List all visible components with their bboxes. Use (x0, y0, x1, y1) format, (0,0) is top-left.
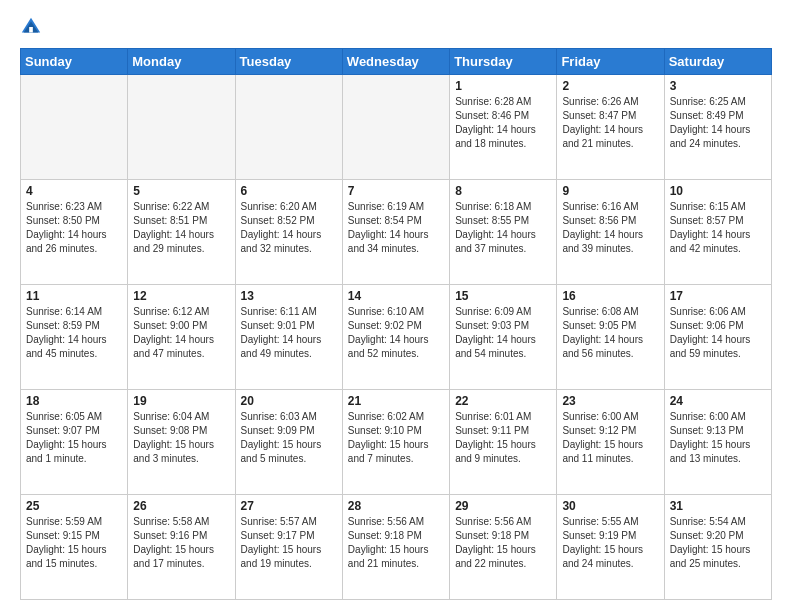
day-info: Sunrise: 5:56 AM Sunset: 9:18 PM Dayligh… (348, 515, 444, 571)
calendar-day-cell: 29Sunrise: 5:56 AM Sunset: 9:18 PM Dayli… (450, 495, 557, 600)
day-number: 5 (133, 184, 229, 198)
calendar-day-cell: 20Sunrise: 6:03 AM Sunset: 9:09 PM Dayli… (235, 390, 342, 495)
day-info: Sunrise: 6:28 AM Sunset: 8:46 PM Dayligh… (455, 95, 551, 151)
calendar-day-cell: 10Sunrise: 6:15 AM Sunset: 8:57 PM Dayli… (664, 180, 771, 285)
day-number: 15 (455, 289, 551, 303)
day-info: Sunrise: 6:16 AM Sunset: 8:56 PM Dayligh… (562, 200, 658, 256)
weekday-header-sunday: Sunday (21, 49, 128, 75)
calendar-week-row: 25Sunrise: 5:59 AM Sunset: 9:15 PM Dayli… (21, 495, 772, 600)
day-info: Sunrise: 6:14 AM Sunset: 8:59 PM Dayligh… (26, 305, 122, 361)
day-info: Sunrise: 6:23 AM Sunset: 8:50 PM Dayligh… (26, 200, 122, 256)
weekday-header-saturday: Saturday (664, 49, 771, 75)
calendar-day-cell: 27Sunrise: 5:57 AM Sunset: 9:17 PM Dayli… (235, 495, 342, 600)
day-number: 7 (348, 184, 444, 198)
calendar-day-cell: 25Sunrise: 5:59 AM Sunset: 9:15 PM Dayli… (21, 495, 128, 600)
day-info: Sunrise: 5:58 AM Sunset: 9:16 PM Dayligh… (133, 515, 229, 571)
day-number: 21 (348, 394, 444, 408)
calendar-day-cell: 5Sunrise: 6:22 AM Sunset: 8:51 PM Daylig… (128, 180, 235, 285)
calendar-day-cell: 8Sunrise: 6:18 AM Sunset: 8:55 PM Daylig… (450, 180, 557, 285)
calendar-day-cell: 9Sunrise: 6:16 AM Sunset: 8:56 PM Daylig… (557, 180, 664, 285)
day-info: Sunrise: 6:00 AM Sunset: 9:12 PM Dayligh… (562, 410, 658, 466)
day-number: 14 (348, 289, 444, 303)
day-number: 27 (241, 499, 337, 513)
day-number: 20 (241, 394, 337, 408)
logo-icon (20, 16, 42, 38)
calendar-day-cell: 15Sunrise: 6:09 AM Sunset: 9:03 PM Dayli… (450, 285, 557, 390)
day-number: 31 (670, 499, 766, 513)
day-number: 30 (562, 499, 658, 513)
calendar-day-cell: 7Sunrise: 6:19 AM Sunset: 8:54 PM Daylig… (342, 180, 449, 285)
day-number: 24 (670, 394, 766, 408)
calendar-day-cell (128, 75, 235, 180)
calendar-day-cell: 11Sunrise: 6:14 AM Sunset: 8:59 PM Dayli… (21, 285, 128, 390)
day-info: Sunrise: 6:26 AM Sunset: 8:47 PM Dayligh… (562, 95, 658, 151)
calendar-week-row: 11Sunrise: 6:14 AM Sunset: 8:59 PM Dayli… (21, 285, 772, 390)
day-info: Sunrise: 5:57 AM Sunset: 9:17 PM Dayligh… (241, 515, 337, 571)
calendar-week-row: 4Sunrise: 6:23 AM Sunset: 8:50 PM Daylig… (21, 180, 772, 285)
day-number: 18 (26, 394, 122, 408)
calendar-table: SundayMondayTuesdayWednesdayThursdayFrid… (20, 48, 772, 600)
calendar-day-cell: 22Sunrise: 6:01 AM Sunset: 9:11 PM Dayli… (450, 390, 557, 495)
logo (20, 16, 46, 38)
day-number: 28 (348, 499, 444, 513)
svg-rect-2 (29, 27, 33, 33)
day-number: 26 (133, 499, 229, 513)
day-number: 12 (133, 289, 229, 303)
day-number: 10 (670, 184, 766, 198)
calendar-week-row: 18Sunrise: 6:05 AM Sunset: 9:07 PM Dayli… (21, 390, 772, 495)
day-number: 29 (455, 499, 551, 513)
day-info: Sunrise: 6:15 AM Sunset: 8:57 PM Dayligh… (670, 200, 766, 256)
calendar-day-cell: 3Sunrise: 6:25 AM Sunset: 8:49 PM Daylig… (664, 75, 771, 180)
day-number: 19 (133, 394, 229, 408)
day-info: Sunrise: 5:56 AM Sunset: 9:18 PM Dayligh… (455, 515, 551, 571)
day-number: 8 (455, 184, 551, 198)
calendar-day-cell: 18Sunrise: 6:05 AM Sunset: 9:07 PM Dayli… (21, 390, 128, 495)
day-number: 16 (562, 289, 658, 303)
day-info: Sunrise: 6:01 AM Sunset: 9:11 PM Dayligh… (455, 410, 551, 466)
calendar-day-cell: 4Sunrise: 6:23 AM Sunset: 8:50 PM Daylig… (21, 180, 128, 285)
calendar-day-cell: 13Sunrise: 6:11 AM Sunset: 9:01 PM Dayli… (235, 285, 342, 390)
day-number: 9 (562, 184, 658, 198)
day-number: 25 (26, 499, 122, 513)
day-number: 3 (670, 79, 766, 93)
day-info: Sunrise: 6:08 AM Sunset: 9:05 PM Dayligh… (562, 305, 658, 361)
day-info: Sunrise: 6:12 AM Sunset: 9:00 PM Dayligh… (133, 305, 229, 361)
calendar-day-cell (235, 75, 342, 180)
day-number: 22 (455, 394, 551, 408)
page: SundayMondayTuesdayWednesdayThursdayFrid… (0, 0, 792, 612)
day-info: Sunrise: 6:04 AM Sunset: 9:08 PM Dayligh… (133, 410, 229, 466)
calendar-day-cell: 30Sunrise: 5:55 AM Sunset: 9:19 PM Dayli… (557, 495, 664, 600)
calendar-day-cell: 26Sunrise: 5:58 AM Sunset: 9:16 PM Dayli… (128, 495, 235, 600)
day-info: Sunrise: 5:54 AM Sunset: 9:20 PM Dayligh… (670, 515, 766, 571)
calendar-day-cell (342, 75, 449, 180)
day-info: Sunrise: 6:25 AM Sunset: 8:49 PM Dayligh… (670, 95, 766, 151)
header (20, 16, 772, 38)
day-info: Sunrise: 6:02 AM Sunset: 9:10 PM Dayligh… (348, 410, 444, 466)
calendar-week-row: 1Sunrise: 6:28 AM Sunset: 8:46 PM Daylig… (21, 75, 772, 180)
weekday-header-wednesday: Wednesday (342, 49, 449, 75)
weekday-header-tuesday: Tuesday (235, 49, 342, 75)
day-info: Sunrise: 6:00 AM Sunset: 9:13 PM Dayligh… (670, 410, 766, 466)
day-info: Sunrise: 5:55 AM Sunset: 9:19 PM Dayligh… (562, 515, 658, 571)
weekday-header-monday: Monday (128, 49, 235, 75)
calendar-day-cell: 2Sunrise: 6:26 AM Sunset: 8:47 PM Daylig… (557, 75, 664, 180)
calendar-day-cell: 23Sunrise: 6:00 AM Sunset: 9:12 PM Dayli… (557, 390, 664, 495)
day-info: Sunrise: 6:05 AM Sunset: 9:07 PM Dayligh… (26, 410, 122, 466)
day-number: 1 (455, 79, 551, 93)
calendar-day-cell: 12Sunrise: 6:12 AM Sunset: 9:00 PM Dayli… (128, 285, 235, 390)
day-info: Sunrise: 6:03 AM Sunset: 9:09 PM Dayligh… (241, 410, 337, 466)
day-info: Sunrise: 6:06 AM Sunset: 9:06 PM Dayligh… (670, 305, 766, 361)
calendar-day-cell: 16Sunrise: 6:08 AM Sunset: 9:05 PM Dayli… (557, 285, 664, 390)
day-info: Sunrise: 5:59 AM Sunset: 9:15 PM Dayligh… (26, 515, 122, 571)
day-number: 11 (26, 289, 122, 303)
day-info: Sunrise: 6:20 AM Sunset: 8:52 PM Dayligh… (241, 200, 337, 256)
calendar-day-cell: 28Sunrise: 5:56 AM Sunset: 9:18 PM Dayli… (342, 495, 449, 600)
day-number: 17 (670, 289, 766, 303)
day-info: Sunrise: 6:19 AM Sunset: 8:54 PM Dayligh… (348, 200, 444, 256)
weekday-header-thursday: Thursday (450, 49, 557, 75)
calendar-day-cell: 6Sunrise: 6:20 AM Sunset: 8:52 PM Daylig… (235, 180, 342, 285)
calendar-day-cell: 17Sunrise: 6:06 AM Sunset: 9:06 PM Dayli… (664, 285, 771, 390)
calendar-day-cell (21, 75, 128, 180)
day-number: 6 (241, 184, 337, 198)
day-number: 4 (26, 184, 122, 198)
